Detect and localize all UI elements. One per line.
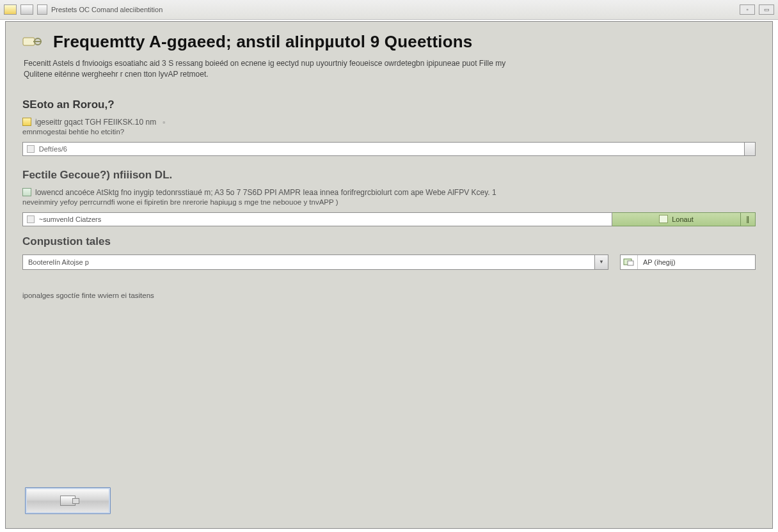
lonaut-button[interactable]: Lonaut — [612, 212, 741, 226]
section2-field[interactable] — [22, 212, 612, 226]
client-area: Frequemtty A-ggaeed; anstil aIinpµutol 9… — [5, 21, 773, 529]
ap-side-label: AP (ihegij) — [638, 255, 755, 269]
page-title: Frequemtty A-ggaeed; anstil aIinpµutol 9… — [53, 32, 473, 52]
footer-note: iponalges sgoctíe finte wviern ei tasite… — [22, 292, 756, 299]
sys-icon-c — [37, 4, 47, 15]
field-icon-2 — [27, 215, 35, 223]
section1-field[interactable] — [22, 142, 745, 156]
section2-endcap-button[interactable]: ‖ — [741, 212, 756, 226]
window-caption: Prestets OC Comand aleciibentition — [51, 6, 163, 13]
section3-combo-input[interactable] — [27, 258, 591, 267]
section3-combo[interactable]: ▼ — [22, 254, 608, 270]
window-maximize-button[interactable]: ▭ — [759, 4, 774, 15]
svg-rect-4 — [628, 261, 633, 265]
section2-heading: Fectile Gecoue?) nfiiison DL. — [22, 169, 756, 182]
section2-subnote: neveinmiry yefoy perrcurndfi wone ei fip… — [22, 198, 756, 206]
bottom-action-icon — [60, 496, 75, 506]
ap-side-button[interactable]: AP (ihegij) — [620, 254, 756, 270]
section2-note: lowencd ancoéce AtSktg fno inygip tedonr… — [22, 188, 756, 197]
field-icon — [27, 145, 35, 153]
section3-heading: Conpustion tales — [22, 235, 756, 248]
section1-input[interactable] — [38, 145, 740, 153]
sys-icon-b — [20, 4, 33, 15]
intro-text: Fecenitt Astels d fnviooigs esoatiahc ai… — [24, 58, 754, 81]
faq-key-icon — [22, 34, 44, 51]
combo-drop-icon[interactable]: ▼ — [594, 254, 608, 270]
section2-input[interactable] — [38, 215, 608, 224]
section1-heading: SEoto an Rorou,? — [22, 98, 756, 111]
note-icon-2 — [22, 188, 31, 196]
bottom-action-button[interactable] — [25, 487, 111, 514]
lonaut-icon — [659, 215, 668, 223]
ap-side-icon — [621, 255, 638, 269]
note-muted-icon: ▫ — [163, 118, 165, 126]
sys-icon-a — [4, 4, 17, 15]
section1-subnote: emnmogestai behtie ho etcitin? — [22, 128, 756, 136]
section1-note: igeseittr gqact TGH FEIIKSK.10 nm ▫ — [22, 118, 756, 127]
section1-field-scroll[interactable] — [745, 142, 756, 156]
svg-rect-0 — [23, 38, 35, 45]
title-bar: Prestets OC Comand aleciibentition ▫ ▭ — [0, 0, 778, 20]
window-minimize-button[interactable]: ▫ — [740, 4, 755, 15]
note-icon — [22, 118, 31, 126]
